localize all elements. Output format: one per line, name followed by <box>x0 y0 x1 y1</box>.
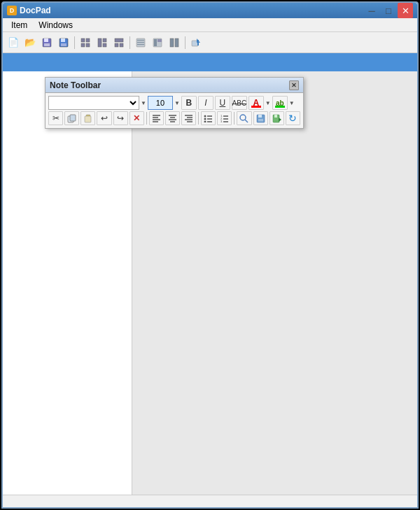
refresh-button[interactable]: ↻ <box>286 111 300 125</box>
svg-rect-11 <box>98 38 102 47</box>
note-toolbar-title-bar: Note Toolbar ✕ <box>46 78 303 93</box>
size-dropdown-arrow: ▼ <box>174 100 180 106</box>
delete-button[interactable]: ✕ <box>130 111 144 125</box>
svg-point-45 <box>204 115 206 118</box>
svg-rect-3 <box>48 40 50 42</box>
new-button[interactable]: 📄 <box>6 35 21 50</box>
underline-button[interactable]: U <box>215 96 230 110</box>
save-exit-button[interactable] <box>270 111 284 125</box>
nt-sep-1 <box>146 112 147 125</box>
title-bar: D DocPad ─ □ ✕ <box>3 3 417 18</box>
svg-rect-63 <box>274 115 277 118</box>
font-select[interactable] <box>48 96 139 110</box>
content-area: Note Toolbar ✕ ▼ ▼ B I U ABC A <box>3 71 417 495</box>
blue-accent-strip <box>3 53 417 71</box>
main-toolbar: 📄 📂 <box>3 32 417 53</box>
svg-rect-32 <box>85 116 91 122</box>
svg-rect-7 <box>81 38 85 42</box>
separator-2 <box>130 36 130 49</box>
highlight-color-indicator <box>275 106 285 108</box>
bullets-button[interactable] <box>201 111 216 125</box>
export-button[interactable] <box>188 35 204 50</box>
font-color-indicator <box>251 106 261 108</box>
svg-rect-19 <box>137 42 144 43</box>
svg-rect-6 <box>61 43 66 46</box>
view1-button[interactable] <box>133 35 148 50</box>
svg-rect-14 <box>115 38 123 42</box>
maximize-button[interactable]: □ <box>381 3 396 18</box>
app-icon: D <box>7 6 17 15</box>
menu-bar: Item Windows <box>3 18 417 32</box>
paste-button[interactable] <box>80 111 95 125</box>
svg-rect-15 <box>115 43 118 47</box>
svg-rect-25 <box>175 38 178 47</box>
svg-rect-1 <box>44 38 48 42</box>
svg-rect-12 <box>103 38 106 42</box>
left-panel <box>3 71 132 495</box>
title-bar-left: D DocPad <box>7 6 51 15</box>
strikethrough-button[interactable]: ABC <box>232 96 247 110</box>
svg-rect-5 <box>61 38 65 42</box>
svg-text:3.: 3. <box>220 120 223 122</box>
svg-rect-23 <box>158 39 162 42</box>
open-button[interactable]: 📂 <box>22 35 38 50</box>
numbered-button[interactable]: 1.2.3. <box>217 111 232 125</box>
main-window: D DocPad ─ □ ✕ Item Windows 📄 📂 <box>1 1 419 509</box>
minimize-button[interactable]: ─ <box>364 3 379 18</box>
svg-rect-13 <box>103 43 106 47</box>
redo-button[interactable]: ↪ <box>113 111 128 125</box>
menu-item-item[interactable]: Item <box>6 19 33 31</box>
window-title: DocPad <box>20 6 51 15</box>
svg-rect-28 <box>197 40 199 45</box>
align-left-button[interactable] <box>149 111 164 125</box>
svg-rect-9 <box>81 43 85 47</box>
note-toolbar-label: Note Toolbar <box>50 80 101 90</box>
separator-1 <box>74 36 75 49</box>
highlight-color-button[interactable]: ab <box>272 96 288 110</box>
note-toolbar-close-button[interactable]: ✕ <box>289 80 299 90</box>
bold-button[interactable]: B <box>181 96 197 110</box>
font-size-input[interactable] <box>148 96 173 110</box>
grid1-button[interactable] <box>78 35 93 50</box>
align-right-button[interactable] <box>181 111 196 125</box>
status-bar <box>3 495 417 507</box>
svg-rect-60 <box>258 115 262 118</box>
note-toolbar-body: ▼ ▼ B I U ABC A ▼ ab ▼ <box>46 93 303 128</box>
menu-item-windows[interactable]: Windows <box>33 19 78 31</box>
font-dropdown-arrow: ▼ <box>141 100 146 106</box>
cut-button[interactable]: ✂ <box>48 111 63 125</box>
font-color-dropdown-arrow: ▼ <box>265 100 271 106</box>
right-panel <box>132 71 417 495</box>
view2-button[interactable] <box>150 35 165 50</box>
find-button[interactable] <box>237 111 251 125</box>
save-as-button[interactable] <box>39 35 55 50</box>
svg-rect-18 <box>137 40 144 41</box>
separator-3 <box>185 36 186 49</box>
grid2-button[interactable] <box>94 35 110 50</box>
svg-point-47 <box>204 118 206 120</box>
close-button[interactable]: ✕ <box>398 3 413 18</box>
svg-rect-8 <box>86 38 90 42</box>
svg-rect-24 <box>170 38 174 47</box>
italic-button[interactable]: I <box>198 96 214 110</box>
save-button[interactable] <box>56 35 71 50</box>
grid3-button[interactable] <box>111 35 127 50</box>
svg-point-57 <box>240 115 246 120</box>
copy-button[interactable] <box>64 111 79 125</box>
svg-line-58 <box>245 120 248 122</box>
highlight-dropdown-arrow: ▼ <box>289 100 295 106</box>
svg-rect-10 <box>86 43 90 47</box>
note-toolbar-row-1: ▼ ▼ B I U ABC A ▼ ab ▼ <box>48 96 300 110</box>
undo-button[interactable]: ↩ <box>97 111 111 125</box>
svg-rect-22 <box>154 39 157 46</box>
svg-rect-2 <box>44 43 50 46</box>
save-note-button[interactable] <box>253 111 268 125</box>
note-toolbar-dialog: Note Toolbar ✕ ▼ ▼ B I U ABC A <box>45 77 304 129</box>
align-center-button[interactable] <box>165 111 180 125</box>
svg-point-49 <box>204 121 206 123</box>
view3-button[interactable] <box>167 35 182 50</box>
font-color-button[interactable]: A <box>248 96 264 110</box>
svg-rect-16 <box>120 43 123 47</box>
svg-marker-64 <box>279 118 281 122</box>
nt-sep-2 <box>198 112 199 125</box>
